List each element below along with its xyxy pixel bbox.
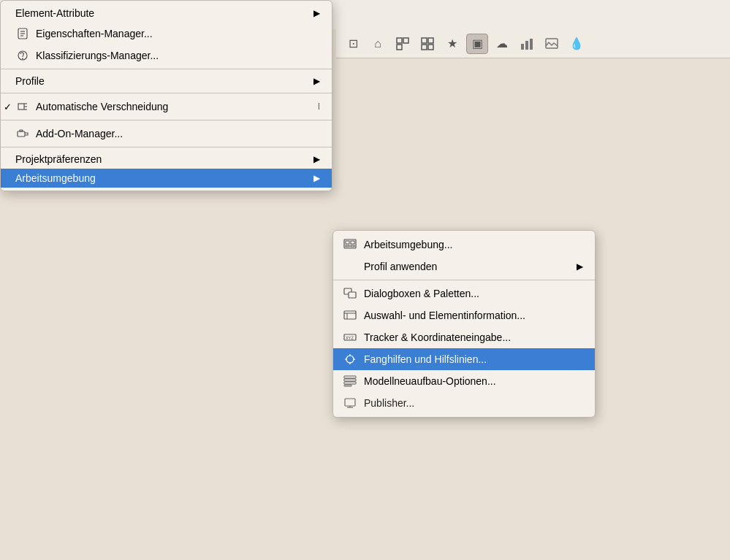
svg-rect-43 xyxy=(345,399,355,406)
submenu-arbeitsumgebung: Arbeitsumgebung... Profil anwenden ▶ Dia… xyxy=(332,230,596,418)
dialogboxen-icon xyxy=(342,286,358,301)
fanghilfen-icon xyxy=(342,352,358,367)
tracker-icon: XYZ xyxy=(342,330,358,345)
svg-rect-24 xyxy=(351,241,354,244)
svg-rect-25 xyxy=(346,245,349,247)
svg-text:XYZ: XYZ xyxy=(346,335,354,340)
svg-rect-5 xyxy=(422,45,427,50)
profile-arrow-icon: ▶ xyxy=(313,76,320,86)
toolbar-icon-layout[interactable]: ⊡ xyxy=(342,34,364,54)
menu-item-arbeitsumgebung[interactable]: Arbeitsumgebung ▶ xyxy=(1,169,332,188)
submenu-sep-1 xyxy=(333,280,595,280)
auswahl-icon xyxy=(342,308,358,323)
arbeitsumgebung-arrow-icon: ▶ xyxy=(313,173,320,183)
submenu-item-profil-anwenden[interactable]: Profil anwenden ▶ xyxy=(333,256,595,277)
svg-rect-26 xyxy=(351,245,354,247)
svg-point-34 xyxy=(346,356,354,363)
submenu-item-publisher[interactable]: Publisher... xyxy=(333,392,595,414)
modellneuaufbau-icon xyxy=(342,374,358,388)
projekt-arrow-icon: ▶ xyxy=(313,154,320,164)
svg-point-15 xyxy=(22,58,23,60)
svg-rect-4 xyxy=(428,38,433,43)
toolbar-icon-home[interactable]: ⌂ xyxy=(367,34,389,54)
submenu-item-auswahl[interactable]: Auswahl- und Elementinformation... xyxy=(333,304,595,326)
checkmark-icon: ✓ xyxy=(4,101,12,112)
toolbar-icon-screen[interactable]: ▣ xyxy=(466,34,488,54)
arrow-icon: ▶ xyxy=(313,8,320,18)
toolbar-icon-cloud[interactable]: ☁ xyxy=(491,34,513,54)
menu-item-profile[interactable]: Profile ▶ xyxy=(1,72,332,91)
main-dropdown-menu: Element-Attribute ▶ Eigenschaften-Manage… xyxy=(0,0,332,191)
svg-rect-6 xyxy=(428,45,433,50)
submenu-item-dialogboxen[interactable]: Dialogboxen & Paletten... xyxy=(333,283,595,304)
menu-item-projektpraferenzen[interactable]: Projektpräferenzen ▶ xyxy=(1,150,332,169)
menu-item-eigenschaften[interactable]: Eigenschaften-Manager... xyxy=(1,23,332,45)
separator-1 xyxy=(1,69,332,69)
svg-rect-42 xyxy=(344,385,351,386)
toolbar-icon-star[interactable]: ★ xyxy=(441,34,463,54)
svg-rect-28 xyxy=(349,292,356,298)
menu-item-verschneidung[interactable]: ✓ Automatische Verschneidung I xyxy=(1,96,332,118)
svg-rect-3 xyxy=(422,38,427,43)
svg-rect-9 xyxy=(530,39,533,50)
svg-rect-16 xyxy=(18,104,24,110)
toolbar-icon-chart[interactable] xyxy=(516,34,538,54)
eigenschaften-icon xyxy=(15,26,30,41)
svg-rect-21 xyxy=(20,130,23,131)
svg-rect-2 xyxy=(397,45,402,50)
toolbar-icon-drop[interactable]: 💧 xyxy=(566,34,588,54)
menu-item-element-attribute[interactable]: Element-Attribute ▶ xyxy=(1,4,332,23)
svg-rect-1 xyxy=(403,38,408,43)
svg-rect-8 xyxy=(525,41,528,50)
verschneidung-icon xyxy=(15,99,30,114)
svg-rect-39 xyxy=(344,376,356,378)
toolbar-icons: ⊡ ⌂ ★ ▣ ☁ 💧 xyxy=(336,29,730,58)
profil-arrow-icon: ▶ xyxy=(577,261,583,272)
verschneidung-shortcut: I xyxy=(318,101,320,112)
submenu-item-tracker[interactable]: XYZ Tracker & Koordinateneingabe... xyxy=(333,326,595,348)
svg-rect-23 xyxy=(346,241,349,244)
submenu-item-modellneuaufbau[interactable]: Modellneuaufbau-Optionen... xyxy=(333,370,595,392)
submenu-item-arbeitsumgebung[interactable]: Arbeitsumgebung... xyxy=(333,234,595,256)
profil-anwenden-icon xyxy=(342,259,358,274)
separator-4 xyxy=(1,147,332,147)
svg-rect-0 xyxy=(397,38,402,43)
toolbar-icon-image[interactable] xyxy=(541,34,563,54)
svg-rect-41 xyxy=(344,382,356,384)
toolbar-icon-grid-add[interactable] xyxy=(392,34,414,54)
separator-2 xyxy=(1,93,332,93)
menu-item-klassifizierung[interactable]: Klassifizierungs-Manager... xyxy=(1,45,332,66)
svg-rect-7 xyxy=(521,44,524,50)
arbeitsumgebung-sub-icon xyxy=(342,237,358,252)
svg-rect-29 xyxy=(344,311,356,319)
klassifizierung-icon xyxy=(15,48,30,63)
svg-rect-40 xyxy=(344,379,356,381)
publisher-icon xyxy=(342,396,358,410)
addon-icon xyxy=(15,126,30,141)
toolbar-icon-grid2[interactable] xyxy=(417,34,438,54)
separator-3 xyxy=(1,120,332,120)
menu-item-addon[interactable]: Add-On-Manager... xyxy=(1,123,332,145)
svg-rect-20 xyxy=(18,131,25,137)
submenu-item-fanghilfen[interactable]: Fanghilfen und Hilfslinien... xyxy=(333,348,595,370)
